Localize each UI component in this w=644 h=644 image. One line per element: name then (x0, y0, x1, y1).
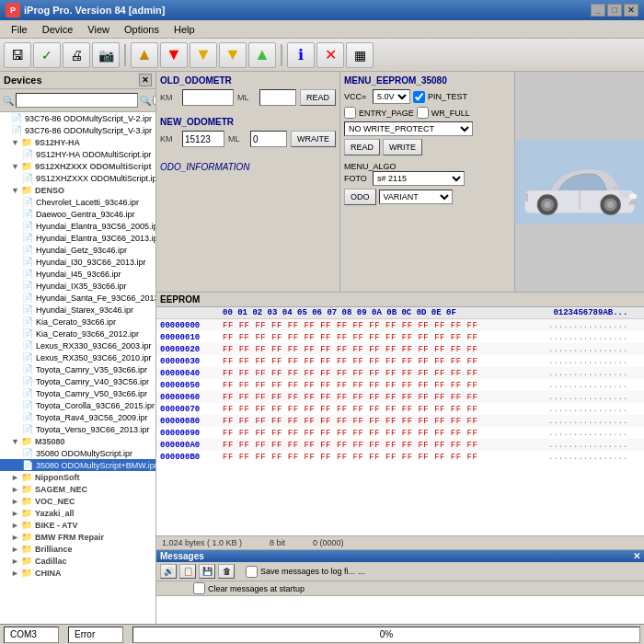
tree-item[interactable]: 📄 Toyota_Rav4_93C56_2009.ipr (0, 411, 155, 423)
tree-item[interactable]: 📄 Lexus_RX350_93C66_2010.ipr (0, 351, 155, 363)
toolbar-photo-btn[interactable]: 📷 (92, 42, 120, 68)
tree-item-label: 93C76-86 ODOMultyScript_V-3.ipr (25, 126, 152, 135)
write-btn2[interactable]: WRITE (383, 139, 422, 155)
vcc-select[interactable]: 5.0V 3.3V (373, 89, 410, 104)
tree-item[interactable]: 📄 Toyota_Corolla_93C66_2015.ipr (0, 399, 155, 411)
tree-item[interactable]: 📄 Kia_Cerato_93c66_2012.ipr (0, 328, 155, 339)
toolbar-down2-btn[interactable]: ▼ (190, 42, 217, 68)
toolbar-print-btn[interactable]: 🖨 (63, 42, 90, 68)
search-input[interactable] (16, 93, 138, 108)
tree-item-label: Hyundai_Elantra_93C66_2013.ipr (36, 234, 155, 243)
tree-item-selected[interactable]: 📄 35080 ODOMultyScript+BMW.ipr (0, 459, 155, 471)
tree-item[interactable]: 📄 Hyundai_Starex_93c46.ipr (0, 304, 155, 316)
tree-item[interactable]: 📄 Toyota_Camry_V50_93c66.ipr (0, 387, 155, 399)
hex-row: 00000030 FF FF FF FF FF FF FF FF FF FF F… (156, 355, 644, 367)
file-icon: 📄 (22, 400, 33, 410)
msg-btn2[interactable]: 📋 (179, 564, 196, 579)
log-file-checkbox[interactable] (246, 566, 258, 578)
file-icon: 📄 (22, 340, 33, 351)
folder-icon: 📁 (21, 556, 32, 566)
tree-area[interactable]: 📄 93C76-86 ODOMultyScript_V-2.ipr 📄 93C7… (0, 112, 155, 624)
tree-folder-nippon[interactable]: ► 📁 NipponSoft (0, 471, 155, 483)
folder-icon: 📁 (21, 532, 32, 542)
write-btn[interactable]: WRAITE (291, 131, 336, 147)
algo-select[interactable]: s# 2115 (373, 171, 465, 186)
minimize-btn[interactable]: _ (591, 4, 605, 17)
new-km-field[interactable]: 15123 (182, 131, 224, 147)
tree-item-label: Toyota_Corolla_93C66_2015.ipr (36, 401, 155, 410)
tree-folder-denso[interactable]: ▼ 📁 DENSO (0, 184, 155, 196)
toolbar-up2-btn[interactable]: ▲ (248, 42, 276, 68)
read-old-btn[interactable]: READ (300, 89, 336, 106)
tree-item[interactable]: 📄 93C76-86 ODOMultyScript_V-3.ipr (0, 124, 155, 136)
tree-folder-voc[interactable]: ► 📁 VOC_NEC (0, 495, 155, 507)
tree-folder-sagem[interactable]: ► 📁 SAGEM_NEC (0, 483, 155, 495)
read-btn[interactable]: READ (344, 139, 380, 155)
clear-startup-checkbox[interactable] (193, 582, 205, 594)
tree-folder-bmw[interactable]: ► 📁 BMW FRM Repair (0, 531, 155, 543)
toolbar-save-btn[interactable]: ✓ (33, 42, 61, 68)
tree-item[interactable]: 📄 Hyundai_Getz_93c46.ipr (0, 244, 155, 256)
expand-icon: ▼ (11, 437, 19, 446)
wr-full-checkbox[interactable] (417, 107, 429, 119)
toolbar-grid-btn[interactable]: ▦ (346, 42, 374, 68)
tree-item[interactable]: 📄 Kia_Cerato_93c66.ipr (0, 316, 155, 328)
tree-folder-bike[interactable]: ► 📁 BIKE - ATV (0, 519, 155, 531)
tree-item-label: Toyota_Camry_V50_93c66.ipr (36, 389, 147, 398)
tree-item[interactable]: 📄 Lexus_RX330_93C66_2003.ipr (0, 339, 155, 351)
maximize-btn[interactable]: □ (607, 4, 622, 17)
menu-device[interactable]: Device (35, 22, 81, 37)
tree-item[interactable]: 📄 Hyundai_I30_93C66_2013.ipr (0, 256, 155, 268)
old-km-field[interactable] (182, 89, 234, 106)
menu-help[interactable]: Help (167, 22, 202, 37)
msg-btn3[interactable]: 💾 (199, 564, 215, 579)
tree-folder-m35080[interactable]: ▼ 📁 M35080 (0, 435, 155, 447)
clear-startup-label: Clear messages at startup (208, 584, 305, 593)
tree-item[interactable]: 📄 Daewoo_Gentra_93c46.ipr (0, 208, 155, 220)
menu-view[interactable]: View (80, 22, 117, 37)
odo-btn[interactable]: ODO (344, 189, 376, 205)
new-ml-field[interactable]: 0 (250, 131, 287, 147)
tree-item[interactable]: 📄 Toyota_Camry_V40_93C56.ipr (0, 375, 155, 387)
tree-item[interactable]: 📄 Hyundai_I45_93c66.ipr (0, 268, 155, 280)
msg-btn4[interactable]: 🗑 (218, 564, 235, 579)
tree-item[interactable]: 📄 Hyundai_Elantra_93C56_2005.ipr (0, 220, 155, 232)
tree-item[interactable]: 📄 Hyundai_Santa_Fe_93C66_2013.ipr (0, 292, 155, 304)
toolbar-open-btn[interactable]: 🖫 (4, 42, 31, 68)
menu-algo-label: MENU_ALGO (344, 162, 511, 171)
hex-view[interactable]: 00 01 02 03 04 05 06 07 08 09 0A 0B 0C 0… (156, 307, 644, 535)
tree-item[interactable]: 📄 Hyundai_IX35_93c66.ipr (0, 280, 155, 292)
devices-close-btn[interactable]: ✕ (139, 74, 152, 86)
close-btn[interactable]: ✕ (624, 4, 638, 17)
toolbar-down-btn[interactable]: ▼ (160, 42, 188, 68)
tree-folder-9s12hy[interactable]: ▼ 📁 9S12HY-HA (0, 136, 155, 148)
old-ml-field[interactable] (259, 89, 296, 106)
toolbar-up-btn[interactable]: ▲ (131, 42, 158, 68)
tree-folder-yazaki[interactable]: ► 📁 Yazaki_all (0, 507, 155, 519)
hex-header-addr (160, 308, 223, 317)
expand-icon: ► (11, 533, 19, 542)
tree-item[interactable]: 📄 93C76-86 ODOMultyScript_V-2.ipr (0, 112, 155, 124)
pin-test-checkbox[interactable] (413, 91, 425, 103)
tree-item[interactable]: 📄 Hyundai_Elantra_93C66_2013.ipr (0, 232, 155, 244)
messages-close-btn[interactable]: ✕ (633, 551, 640, 561)
toolbar-info-btn[interactable]: ℹ (287, 42, 315, 68)
menu-options[interactable]: Options (117, 22, 167, 37)
toolbar-stop-btn[interactable]: ✕ (316, 42, 344, 68)
tree-item[interactable]: 📄 Toyota_Verso_93C66_2013.ipr (0, 423, 155, 435)
tree-item[interactable]: 📄 35080 ODOMultyScript.ipr (0, 447, 155, 459)
tree-folder-china[interactable]: ► 📁 CHINA (0, 567, 155, 579)
no-write-select[interactable]: NO WRITE_PROTECT (344, 121, 473, 136)
tree-item[interactable]: 📄 Toyota_Camry_V35_93c66.ipr (0, 363, 155, 375)
tree-item[interactable]: 📄 Chevrolet_Lacetti_93c46.ipr (0, 196, 155, 208)
tree-folder-9s12xhz[interactable]: ▼ 📁 9S12XHZXXX ODOMultiScript (0, 160, 155, 172)
variant-select[interactable]: VARIANT (379, 190, 453, 204)
tree-folder-cadillac[interactable]: ► 📁 Cadillac (0, 555, 155, 567)
msg-btn1[interactable]: 🔊 (160, 564, 177, 579)
tree-folder-brilliance[interactable]: ► 📁 Brilliance (0, 543, 155, 555)
entry-page-checkbox[interactable] (344, 107, 356, 119)
menu-file[interactable]: File (4, 22, 35, 37)
tree-item[interactable]: 📄 9S12XHZXXX ODOMultiScript.ipr (0, 172, 155, 184)
toolbar-down3-btn[interactable]: ▼ (219, 42, 247, 68)
tree-item[interactable]: 📄 9S12HY-HA ODOMultiScript.ipr (0, 148, 155, 160)
